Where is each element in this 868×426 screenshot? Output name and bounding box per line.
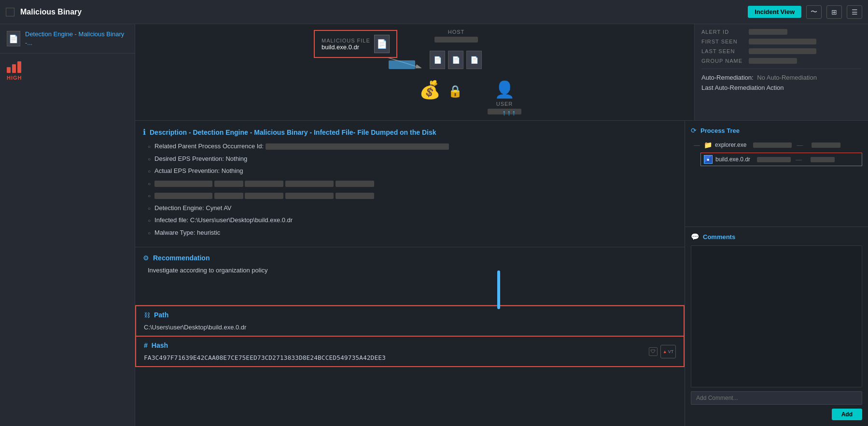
- blur-8: [245, 193, 283, 199]
- last-action-label: Last Auto-Remediation Action: [701, 84, 861, 91]
- list-item-text: Infected file: C:\Users\user\Desktop\bui…: [154, 215, 293, 225]
- blur-7: [214, 193, 243, 199]
- malicious-label: MALICIOUS FILE: [322, 38, 370, 43]
- main-content-scroll[interactable]: ℹ Description - Detection Engine - Malic…: [135, 121, 685, 426]
- blur-2: [214, 181, 243, 187]
- process-tree-title: Process Tree: [700, 127, 740, 134]
- comments-section: 💬 Comments Add: [685, 227, 868, 426]
- recommendation-section: ⚙ Recommendation Investigate according t…: [135, 247, 685, 305]
- hash-value: FA3C497F71639E42CAA08E7CE75EED73CD271383…: [144, 354, 649, 361]
- blur-5: [336, 181, 374, 187]
- layout-icon[interactable]: ⊞: [826, 5, 842, 19]
- blur-9: [285, 193, 334, 199]
- info-icon: ℹ: [143, 128, 146, 137]
- process-tree-header: ⟳ Process Tree: [691, 127, 862, 134]
- bar-1: [7, 67, 11, 73]
- hash-title: Hash: [152, 341, 168, 349]
- comment-actions: Add: [691, 409, 862, 420]
- severity-item: HIGH: [0, 54, 135, 86]
- shield-icon[interactable]: 🛡: [649, 347, 658, 356]
- path-section: ⛓ Path C:\Users\user\Desktop\build.exe.0…: [135, 305, 685, 337]
- list-item-text: Malware Type: heuristic: [154, 228, 220, 238]
- last-seen-row: LAST SEEN: [701, 48, 861, 54]
- alert-id-value: [749, 29, 787, 35]
- tree-item-explorer[interactable]: — 📁 explorer.exe —: [691, 139, 862, 151]
- process-tree-icon: ⟳: [691, 127, 697, 134]
- alert-id-row: ALERT ID: [701, 29, 861, 35]
- malicious-file-icon: 📄: [374, 35, 390, 53]
- list-item: Detection Engine: Cynet AV: [148, 203, 677, 213]
- top-bar: Malicious Binary Incident View 〜 ⊞ ☰: [0, 0, 868, 24]
- host-area: HOST: [434, 29, 478, 43]
- severity-label: HIGH: [7, 75, 22, 81]
- blur-6: [154, 193, 212, 199]
- page-title: Malicious Binary: [20, 8, 748, 16]
- auto-rem-section: Auto-Remediation: No Auto-Remediation La…: [701, 69, 861, 91]
- path-title: Path: [154, 311, 168, 319]
- build-blur-2: [811, 157, 835, 162]
- add-comment-button[interactable]: Add: [832, 409, 862, 420]
- blur-3: [245, 181, 283, 187]
- visualization-area: MALICIOUS FILE build.exe.0.dr 📄 HOST 📄 📄…: [135, 24, 694, 121]
- severity-bars: [7, 59, 21, 73]
- sidebar-link[interactable]: Detection Engine - Malicious Binary -...: [25, 30, 128, 47]
- recommendation-icon: ⚙: [143, 254, 149, 262]
- description-title: Description - Detection Engine - Malicio…: [150, 128, 436, 136]
- file-icon: 📄: [7, 31, 20, 46]
- first-seen-value: [749, 39, 816, 44]
- description-list: Related Parent Process Occurrence Id: De…: [143, 142, 677, 237]
- recommendation-text: Investigate according to organization po…: [143, 267, 677, 274]
- tree-item-build[interactable]: ■ build.exe.0.dr —: [700, 153, 862, 166]
- malicious-file-box: MALICIOUS FILE build.exe.0.dr 📄: [314, 30, 397, 58]
- hash-actions: 🛡 ▲ VT: [649, 345, 676, 358]
- host-label: HOST: [448, 29, 465, 35]
- bar-3: [17, 61, 21, 73]
- comment-input[interactable]: [691, 391, 862, 405]
- group-name-value: [749, 58, 797, 64]
- menu-icon[interactable]: ☰: [847, 5, 862, 19]
- waveform-icon[interactable]: 〜: [806, 5, 822, 19]
- list-item: [148, 191, 677, 200]
- malicious-box-content: MALICIOUS FILE build.exe.0.dr: [322, 38, 370, 51]
- process-tree-section: ⟳ Process Tree — 📁 explorer.exe — ■: [685, 121, 868, 227]
- auto-rem-value: No Auto-Remediation: [757, 74, 817, 81]
- list-item: [148, 179, 677, 188]
- auto-rem-text: Auto-Remediation: No Auto-Remediation: [701, 74, 861, 81]
- chain-icons: 📄 📄 📄: [430, 51, 482, 69]
- path-header: ⛓ Path: [144, 311, 676, 319]
- blur-4: [285, 181, 334, 187]
- bottom-content: ℹ Description - Detection Engine - Malic…: [135, 121, 868, 426]
- list-item: Desired EPS Prevention: Nothing: [148, 154, 677, 164]
- tree-dash-2: —: [796, 156, 802, 163]
- path-icon: ⛓: [144, 312, 150, 319]
- blur-10: [336, 193, 374, 199]
- incident-view-button[interactable]: Incident View: [748, 6, 801, 18]
- last-seen-value: [749, 48, 816, 54]
- comments-header: 💬 Comments: [691, 233, 862, 241]
- explorer-blur-2: [812, 142, 840, 148]
- scrollbar[interactable]: [497, 270, 500, 309]
- money-bag-icon: 💰: [419, 80, 441, 100]
- list-item: Infected file: C:\Users\user\Desktop\bui…: [148, 215, 677, 225]
- recommendation-header: ⚙ Recommendation: [143, 254, 677, 262]
- doc-icon-3: 📄: [466, 51, 482, 69]
- select-checkbox[interactable]: [6, 8, 14, 16]
- doc-icon-2: 📄: [448, 51, 463, 69]
- path-value: C:\Users\user\Desktop\build.exe.0.dr: [144, 324, 676, 331]
- svg-rect-1: [389, 60, 415, 69]
- description-header: ℹ Description - Detection Engine - Malic…: [143, 128, 677, 137]
- first-seen-row: FIRST SEEN: [701, 39, 861, 44]
- lock-icon: 🔒: [448, 85, 462, 98]
- sidebar-file-item[interactable]: 📄 Detection Engine - Malicious Binary -.…: [0, 24, 135, 54]
- blur-id: [266, 143, 449, 150]
- bar-2: [12, 64, 16, 73]
- build-label: build.exe.0.dr: [715, 156, 750, 163]
- list-item-text: Desired EPS Prevention: Nothing: [154, 154, 247, 164]
- hash-header: # Hash: [144, 341, 649, 349]
- alert-id-label: ALERT ID: [701, 29, 745, 35]
- folder-icon: 📁: [704, 141, 712, 149]
- top-section: MALICIOUS FILE build.exe.0.dr 📄 HOST 📄 📄…: [135, 24, 868, 121]
- list-item-text: Actual EPS Prevention: Nothing: [154, 166, 243, 176]
- vt-badge[interactable]: ▲ VT: [660, 345, 676, 358]
- malicious-file-name: build.exe.0.dr: [322, 43, 370, 51]
